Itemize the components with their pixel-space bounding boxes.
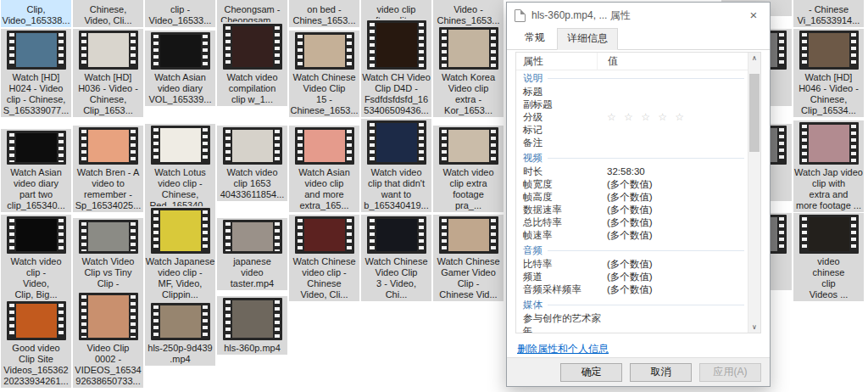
video-thumbnail[interactable] (7, 31, 66, 70)
rating-stars[interactable]: ☆ ☆ ☆ ☆ ☆ (597, 111, 748, 124)
dialog-titlebar[interactable]: hls-360p.mp4, ... 属性 × (507, 3, 770, 28)
tab-general[interactable]: 常规 (515, 27, 555, 49)
grid-item[interactable]: Watch Bren - A video to remember - Sp_16… (73, 126, 143, 212)
grid-item[interactable]: Watch video clip 1653 40433611854... (217, 126, 287, 201)
grid-item[interactable]: Watch Asian video diary part two clip_16… (1, 129, 71, 212)
tab-details[interactable]: 详细信息 (557, 28, 618, 50)
grid-item[interactable]: Chinese, Video, Cli... (73, 0, 143, 27)
grid-item[interactable]: - Chinese Vi_16533914... (793, 0, 864, 27)
grid-item[interactable]: Watch video compilation clip w_1... (217, 22, 287, 106)
video-thumbnail[interactable] (7, 131, 66, 165)
grid-item[interactable]: Watch Lotus video clip - Chinese, Red_16… (145, 124, 215, 212)
remove-properties-link[interactable]: 删除属性和个人信息 (517, 342, 609, 356)
grid-item[interactable]: on bed - Chines_1653... (289, 0, 359, 27)
grid-item[interactable]: Watch Chinese Video Clip 3 - Video, Chi.… (361, 215, 431, 301)
video-thumbnail[interactable] (79, 293, 138, 340)
grid-item[interactable]: japanese video taster.mp4 (217, 218, 287, 290)
grid-item[interactable]: Watch [HD] H046 - Video - Chinese, Clip_… (793, 29, 864, 117)
property-row[interactable]: 标记 (516, 124, 748, 137)
video-thumbnail[interactable] (367, 20, 426, 70)
grid-item[interactable]: video chinese clip Videos ... (793, 213, 864, 301)
video-thumbnail[interactable] (295, 32, 354, 70)
property-row[interactable]: 年 (516, 325, 748, 333)
ok-button[interactable]: 确定 (560, 363, 622, 382)
thumbnail-image (376, 23, 417, 67)
close-icon[interactable]: × (743, 3, 765, 27)
video-thumbnail[interactable] (151, 32, 210, 70)
property-row[interactable]: 音频采样频率(多个数值) (516, 283, 748, 296)
property-value: (多个数值) (597, 216, 748, 229)
grid-item[interactable]: hls-250p-9d439 .mp4 (145, 301, 215, 366)
grid-item[interactable]: Watch Chinese video clip - Chinese Video… (289, 215, 359, 301)
video-thumbnail[interactable] (295, 127, 354, 165)
grid-item[interactable]: Watch Chinese Video Clip 15 - Chinese_16… (289, 31, 359, 117)
property-row[interactable]: 标题 (516, 86, 748, 98)
property-row[interactable]: 帧宽度(多个数值) (516, 178, 748, 191)
grid-item[interactable]: Watch video clip extra footage pra_... (433, 126, 504, 212)
property-row[interactable]: 帧速率(多个数值) (516, 229, 748, 242)
video-thumbnail[interactable] (799, 31, 859, 70)
cancel-button[interactable]: 取消 (630, 363, 692, 382)
grid-item[interactable]: clip - Video_16533... (145, 0, 215, 27)
grid-item[interactable]: Clip, Video_165338... (1, 0, 71, 27)
grid-item[interactable]: Good video Clip Site Videos_165362 20233… (1, 300, 71, 388)
video-thumbnail[interactable] (79, 220, 138, 254)
video-thumbnail[interactable] (295, 216, 354, 254)
property-row[interactable]: 副标题 (516, 98, 748, 111)
property-value (597, 137, 748, 149)
scroll-down-icon[interactable]: ∨ (752, 322, 757, 333)
grid-item[interactable]: Watch Jap video clip with extra and more… (793, 120, 864, 212)
property-row[interactable]: 分级☆ ☆ ☆ ☆ ☆ (516, 111, 748, 124)
property-row[interactable]: 总比特率(多个数值) (516, 216, 748, 229)
grid-item[interactable]: Watch video clip that didn't want to b_1… (361, 119, 431, 212)
video-thumbnail[interactable] (439, 216, 498, 254)
video-thumbnail[interactable] (223, 298, 282, 340)
video-label: Watch Korea Video clip extra - Kor_1653.… (433, 72, 504, 116)
property-row[interactable]: 比特率(多个数值) (516, 258, 748, 271)
video-thumbnail[interactable] (79, 127, 138, 165)
video-thumbnail[interactable] (439, 127, 498, 165)
video-label: Good video Clip Site Videos_165362 20233… (1, 343, 71, 387)
property-row[interactable]: 参与创作的艺术家 (516, 312, 748, 325)
grid-item[interactable]: Watch video clip - Video, Clip, Big... (1, 215, 71, 301)
grid-item[interactable]: Watch [HD] H036 - Video - Chinese, Clip_… (73, 29, 143, 117)
property-row[interactable]: 频道(多个数值) (516, 271, 748, 283)
video-thumbnail[interactable] (7, 301, 66, 340)
video-thumbnail[interactable] (367, 216, 426, 254)
video-thumbnail[interactable] (79, 31, 138, 70)
video-thumbnail[interactable] (799, 122, 859, 165)
property-row[interactable]: 备注 (516, 137, 748, 149)
grid-item[interactable]: hls-360p.mp4 (217, 296, 287, 355)
video-thumbnail[interactable] (367, 120, 426, 165)
thumbnail-image (160, 35, 201, 67)
scrollbar-track[interactable] (748, 64, 760, 322)
grid-item[interactable]: Watch Korea Video clip extra - Kor_1653.… (433, 25, 504, 117)
property-label: 帧宽度 (516, 178, 597, 191)
grid-item[interactable]: Watch Japanese video clip - MF, Video, C… (145, 206, 215, 301)
video-thumbnail[interactable] (223, 127, 282, 165)
video-thumbnail[interactable] (151, 126, 210, 165)
thumbnail-image (16, 33, 57, 67)
grid-item[interactable]: Video Clip 0002 - VIDEOS_16534 926386507… (73, 291, 143, 388)
video-thumbnail[interactable] (7, 216, 66, 254)
scroll-up-icon[interactable]: ∧ (752, 53, 757, 64)
video-thumbnail[interactable] (151, 303, 210, 340)
property-row[interactable]: 帧高度(多个数值) (516, 191, 748, 204)
video-thumbnail[interactable] (223, 24, 282, 70)
grid-item[interactable]: Watch CH Video Clip D4D - Fsdfdsfdsfd_16… (361, 19, 431, 117)
video-thumbnail[interactable] (439, 27, 498, 70)
video-thumbnail[interactable] (151, 208, 210, 254)
scrollbar[interactable]: ∧ ∨ (748, 53, 760, 333)
grid-item[interactable]: Watch Chinese Gamer Video Clip - Chinese… (433, 215, 504, 301)
property-row[interactable]: 数据速率(多个数值) (516, 204, 748, 216)
video-thumbnail[interactable] (799, 215, 859, 254)
video-thumbnail[interactable] (223, 220, 282, 254)
grid-item[interactable]: Video - Chines_1653... (433, 0, 504, 27)
grid-item[interactable]: Watch [HD] H024 - Video clip - Chinese, … (1, 29, 71, 117)
scrollbar-thumb[interactable] (749, 74, 760, 152)
grid-item[interactable]: Watch Asian video diary VOL_165339... (145, 31, 215, 106)
grid-item[interactable]: Watch Video Clip vs Tiny Clip - Video, C… (73, 218, 143, 301)
property-row[interactable]: 时长32:58:30 (516, 165, 748, 178)
grid-item[interactable]: Watch Asian video clip and more extra_16… (289, 126, 359, 212)
apply-button[interactable]: 应用(A) (699, 363, 761, 382)
